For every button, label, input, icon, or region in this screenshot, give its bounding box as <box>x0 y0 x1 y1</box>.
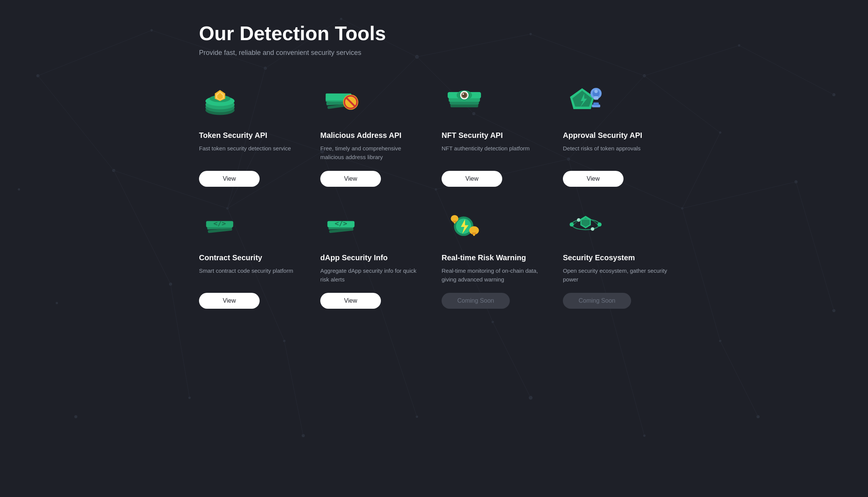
svg-point-9 <box>18 188 20 191</box>
approval-icon <box>563 80 608 121</box>
page-subtitle: Provide fast, reliable and convenient se… <box>199 49 669 57</box>
svg-rect-105 <box>593 103 599 105</box>
malicious-icon <box>320 80 366 121</box>
tool-card-approval-security: Approval Security APIDetect risks of tok… <box>563 80 669 187</box>
tool-description-contract-security: Smart contract code security platform <box>199 266 305 284</box>
tool-card-contract-security: </> Contract SecuritySmart contract code… <box>199 202 305 309</box>
svg-line-43 <box>38 76 114 170</box>
page-header: Our Detection Tools Provide fast, reliab… <box>199 23 669 57</box>
tool-description-nft-security: NFT authenticity detection platform <box>442 144 548 162</box>
tool-card-dapp-security: </> dApp Security InfoAggregate dApp sec… <box>320 202 426 309</box>
contract-security-button[interactable]: View <box>199 293 260 309</box>
svg-point-96 <box>462 94 464 95</box>
svg-point-25 <box>74 415 77 418</box>
svg-point-122 <box>454 222 456 223</box>
svg-point-27 <box>302 434 305 437</box>
svg-text:</>: </> <box>213 219 226 227</box>
tool-title-dapp-security: dApp Security Info <box>320 253 426 263</box>
svg-point-31 <box>757 415 760 418</box>
tool-card-security-ecosystem: Security EcosystemOpen security ecosyste… <box>563 202 669 309</box>
tool-description-token-security: Fast token security detection service <box>199 144 305 162</box>
tool-title-approval-security: Approval Security API <box>563 130 669 140</box>
svg-rect-103 <box>594 96 599 100</box>
svg-point-34 <box>719 131 721 134</box>
svg-point-102 <box>594 90 598 93</box>
svg-line-59 <box>796 182 834 311</box>
tool-card-token-security: Token Security APIFast token security de… <box>199 80 305 187</box>
tool-card-malicious-address: Malicious Address APIFree, timely and co… <box>320 80 426 187</box>
tool-title-nft-security: NFT Security API <box>442 130 548 140</box>
svg-line-61 <box>284 341 303 436</box>
security-ecosystem-button: Coming Soon <box>563 293 631 309</box>
svg-point-0 <box>36 74 39 77</box>
token-security-button[interactable]: View <box>199 171 260 187</box>
dapp-icon: </> <box>320 202 366 244</box>
svg-point-26 <box>188 397 191 399</box>
svg-line-42 <box>739 45 834 95</box>
svg-point-29 <box>529 396 533 400</box>
tool-title-security-ecosystem: Security Ecosystem <box>563 253 669 263</box>
svg-line-35 <box>38 30 152 76</box>
tool-description-realtime-risk: Real-time monitoring of on-chain data, g… <box>442 266 548 284</box>
tool-card-nft-security: NFT Security APINFT authenticity detecti… <box>442 80 548 187</box>
svg-point-24 <box>832 309 835 312</box>
svg-line-65 <box>720 341 758 417</box>
svg-point-10 <box>112 169 115 172</box>
svg-point-7 <box>738 44 740 47</box>
contract-icon: </> <box>199 202 244 244</box>
tool-card-realtime-risk: Real-time Risk WarningReal-time monitori… <box>442 202 548 309</box>
svg-point-23 <box>719 340 721 342</box>
svg-line-53 <box>114 170 171 284</box>
svg-point-126 <box>570 222 574 227</box>
tool-title-token-security: Token Security API <box>199 130 305 140</box>
dapp-security-button[interactable]: View <box>320 293 381 309</box>
svg-point-28 <box>416 416 418 418</box>
realtime-icon <box>442 202 487 244</box>
tool-description-security-ecosystem: Open security ecosystem, gather security… <box>563 266 669 284</box>
tool-description-approval-security: Detect risks of token approvals <box>563 144 669 162</box>
tool-description-dapp-security: Aggregate dApp security info for quick r… <box>320 266 426 284</box>
svg-text:</>: </> <box>335 219 347 227</box>
svg-point-30 <box>643 434 646 437</box>
tools-grid: Token Security APIFast token security de… <box>199 80 669 309</box>
svg-point-127 <box>597 222 602 227</box>
svg-point-119 <box>473 234 475 236</box>
svg-point-19 <box>283 340 285 342</box>
nft-icon <box>442 80 487 121</box>
realtime-risk-button: Coming Soon <box>442 293 510 309</box>
ecosystem-icon <box>563 202 608 244</box>
tool-title-contract-security: Contract Security <box>199 253 305 263</box>
svg-point-16 <box>794 180 797 183</box>
svg-point-8 <box>832 93 835 96</box>
svg-point-17 <box>56 302 58 304</box>
svg-line-63 <box>493 322 531 398</box>
approval-security-button[interactable]: View <box>563 171 624 187</box>
tool-description-malicious-address: Free, timely and comprehensive malicious… <box>320 144 426 162</box>
svg-point-1 <box>150 29 153 31</box>
svg-point-129 <box>591 227 594 231</box>
token-icon <box>199 80 244 121</box>
nft-security-button[interactable]: View <box>442 171 502 187</box>
page-title: Our Detection Tools <box>199 23 669 44</box>
svg-line-49 <box>682 182 796 208</box>
malicious-address-button[interactable]: View <box>320 171 381 187</box>
tool-title-malicious-address: Malicious Address API <box>320 130 426 140</box>
tool-title-realtime-risk: Real-time Risk Warning <box>442 253 548 263</box>
